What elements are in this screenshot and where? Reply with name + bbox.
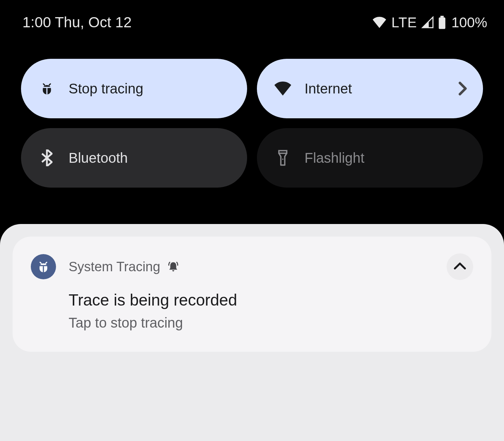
collapse-button[interactable] xyxy=(447,253,473,280)
svg-rect-7 xyxy=(40,265,47,266)
battery-icon xyxy=(438,16,446,29)
wifi-icon xyxy=(372,17,386,28)
status-time-date: 1:00 Thu, Oct 12 xyxy=(22,14,132,31)
flashlight-label: Flashlight xyxy=(304,150,364,166)
notification-body: Trace is being recorded Tap to stop trac… xyxy=(69,290,473,331)
svg-rect-0 xyxy=(440,16,443,18)
bluetooth-label: Bluetooth xyxy=(69,150,128,166)
bug-icon xyxy=(38,80,55,97)
status-indicators: LTE 100% xyxy=(372,15,487,30)
status-bar: 1:00 Thu, Oct 12 LTE 100% xyxy=(0,0,504,45)
notification-shade: System Tracing Trace is being recorded T… xyxy=(0,224,504,441)
stop-tracing-label: Stop tracing xyxy=(69,81,143,97)
internet-label: Internet xyxy=(304,81,352,97)
svg-rect-2 xyxy=(46,88,47,94)
svg-rect-4 xyxy=(279,150,287,153)
bell-icon xyxy=(167,261,179,273)
svg-rect-1 xyxy=(439,18,445,29)
battery-percentage: 100% xyxy=(451,15,487,30)
chevron-up-icon xyxy=(454,262,466,271)
notification-header: System Tracing xyxy=(31,254,473,279)
lte-label: LTE xyxy=(391,15,417,30)
svg-rect-6 xyxy=(43,266,44,272)
stop-tracing-tile[interactable]: Stop tracing xyxy=(21,59,247,118)
internet-tile[interactable]: Internet xyxy=(257,59,483,118)
flashlight-icon xyxy=(274,149,291,166)
bluetooth-tile[interactable]: Bluetooth xyxy=(21,128,247,188)
svg-point-5 xyxy=(282,159,284,160)
chevron-right-icon[interactable] xyxy=(458,82,467,96)
wifi-icon xyxy=(274,80,291,97)
notification-app-icon xyxy=(31,254,56,279)
notification-app-name: System Tracing xyxy=(69,259,160,274)
quick-settings-tiles: Stop tracing Internet Bluetooth xyxy=(0,45,504,209)
cellular-signal-icon xyxy=(421,16,434,29)
notification-text: Tap to stop tracing xyxy=(69,315,473,331)
notification-card[interactable]: System Tracing Trace is being recorded T… xyxy=(13,237,491,352)
flashlight-tile[interactable]: Flashlight xyxy=(257,128,483,188)
notification-title: Trace is being recorded xyxy=(69,290,473,309)
svg-rect-3 xyxy=(43,87,51,88)
bluetooth-icon xyxy=(38,149,55,166)
